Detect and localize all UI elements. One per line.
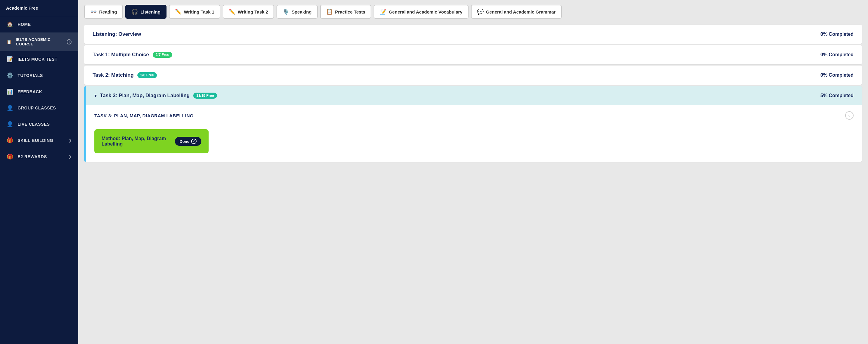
tab-vocab[interactable]: 📝 General and Academic Vocabulary [374, 5, 468, 19]
section-overview-header[interactable]: Listening: Overview 0% Completed [84, 25, 862, 44]
inner-section-title-text: TASK 3: PLAN, MAP, DIAGRAM LABELLING [94, 113, 193, 118]
task3-badge: 11/19 Free [193, 93, 217, 98]
section-task2-title-group: Task 2: Matching 2/6 Free [93, 72, 157, 78]
method-card[interactable]: Method: Plan, Map, Diagram Labelling Don… [94, 129, 209, 153]
listening-tab-icon: 🎧 [131, 8, 138, 15]
chevron-right-icon: ❯ [68, 138, 72, 143]
mock-test-icon: 📝 [7, 56, 13, 62]
live-classes-icon: 👤 [7, 121, 13, 127]
home-icon: 🏠 [7, 21, 13, 28]
section-task3-progress: 5% Completed [820, 93, 854, 98]
section-overview-title: Listening: Overview [93, 31, 141, 37]
tab-practice-tests-label: Practice Tests [335, 9, 366, 15]
tab-grammar-label: General and Academic Grammar [486, 9, 556, 15]
section-task3-title-group: ▾ Task 3: Plan, Map, Diagram Labelling 1… [94, 93, 217, 98]
tab-listening-label: Listening [141, 9, 160, 15]
sidebar-item-label: E2 REWARDS [18, 154, 47, 159]
sidebar-item-e2-rewards[interactable]: 🎁 E2 REWARDS ❯ [0, 148, 78, 165]
grammar-tab-icon: 💬 [477, 8, 484, 15]
task3-inner: TASK 3: PLAN, MAP, DIAGRAM LABELLING ○ M… [86, 105, 862, 162]
section-task2-header[interactable]: Task 2: Matching 2/6 Free 0% Completed [84, 65, 862, 85]
tab-writing-task1[interactable]: ✏️ Writing Task 1 [169, 5, 220, 19]
speaking-tab-icon: 🎙️ [282, 8, 289, 15]
writing-task2-tab-icon: ✏️ [229, 8, 235, 15]
group-classes-icon: 👤 [7, 105, 13, 111]
feedback-icon: 📊 [7, 88, 13, 95]
chevron-right-icon: ❯ [68, 154, 72, 159]
writing-task1-tab-icon: ✏️ [175, 8, 182, 15]
course-icon: 📋 [7, 40, 12, 44]
method-card-text: Method: Plan, Map, Diagram Labelling [101, 136, 175, 147]
done-badge: Done ✓ [175, 137, 202, 146]
tab-bar: 👓 Reading 🎧 Listening ✏️ Writing Task 1 … [78, 0, 868, 19]
sidebar-item-label: SKILL BUILDING [18, 138, 54, 143]
tab-practice-tests[interactable]: 📋 Practice Tests [320, 5, 371, 19]
sidebar: Academic Free 🏠 HOME 📋 IELTS ACADEMIC CO… [0, 0, 78, 344]
sidebar-item-label: GROUP CLASSES [18, 106, 56, 110]
section-overview-title-group: Listening: Overview [93, 31, 141, 37]
task3-expanded-content: TASK 3: PLAN, MAP, DIAGRAM LABELLING ○ M… [86, 105, 862, 162]
section-task1-header[interactable]: Task 1: Multiple Choice 2/7 Free 0% Comp… [84, 45, 862, 64]
tab-vocab-label: General and Academic Vocabulary [389, 9, 462, 15]
done-label: Done [180, 139, 190, 144]
course-label: IELTS ACADEMIC COURSE [16, 37, 62, 46]
sidebar-item-mock-test[interactable]: 📝 IELTS MOCK TEST [0, 51, 78, 67]
tab-listening[interactable]: 🎧 Listening [125, 5, 166, 19]
sidebar-item-label: TUTORIALS [18, 73, 43, 78]
tab-writing-task2[interactable]: ✏️ Writing Task 2 [223, 5, 274, 19]
section-task2-progress: 0% Completed [820, 73, 854, 78]
section-task1-title-group: Task 1: Multiple Choice 2/7 Free [93, 52, 172, 58]
section-task1-progress: 0% Completed [820, 52, 854, 57]
sidebar-logo: Academic Free [0, 0, 78, 16]
sidebar-item-label: HOME [18, 22, 31, 27]
sidebar-item-ielts-academic[interactable]: 📋 IELTS ACADEMIC COURSE i [0, 32, 78, 51]
tab-speaking-label: Speaking [291, 9, 312, 15]
sidebar-item-label: FEEDBACK [18, 89, 42, 94]
sidebar-item-tutorials[interactable]: ⚙️ TUTORIALS [0, 67, 78, 84]
sidebar-item-skill-building[interactable]: 🎁 SKILL BUILDING ❯ [0, 132, 78, 148]
tab-reading[interactable]: 👓 Reading [84, 5, 123, 19]
task1-badge: 2/7 Free [153, 52, 172, 58]
tab-reading-label: Reading [99, 9, 117, 15]
section-task2-title: Task 2: Matching [93, 72, 134, 78]
section-task3-header[interactable]: ▾ Task 3: Plan, Map, Diagram Labelling 1… [86, 86, 862, 105]
done-circle-icon: ✓ [191, 139, 196, 144]
practice-tests-tab-icon: 📋 [326, 8, 333, 15]
section-task2: Task 2: Matching 2/6 Free 0% Completed [84, 65, 862, 85]
section-task3-title: Task 3: Plan, Map, Diagram Labelling [100, 93, 190, 98]
sidebar-item-live-classes[interactable]: 👤 LIVE CLASSES [0, 116, 78, 132]
sidebar-item-label: IELTS MOCK TEST [18, 57, 57, 62]
e2-rewards-left: 🎁 E2 REWARDS [7, 153, 47, 160]
section-overview-progress: 0% Completed [820, 32, 854, 37]
check-circle-icon: ○ [845, 111, 854, 120]
skill-building-left: 🎁 SKILL BUILDING [7, 137, 53, 144]
tab-writing-task2-label: Writing Task 2 [238, 9, 268, 15]
section-task1: Task 1: Multiple Choice 2/7 Free 0% Comp… [84, 45, 862, 64]
sidebar-item-feedback[interactable]: 📊 FEEDBACK [0, 84, 78, 100]
section-overview: Listening: Overview 0% Completed [84, 25, 862, 44]
e2-rewards-icon: 🎁 [7, 153, 13, 160]
tab-writing-task1-label: Writing Task 1 [184, 9, 214, 15]
sidebar-item-group-classes[interactable]: 👤 GROUP CLASSES [0, 100, 78, 116]
vocab-tab-icon: 📝 [380, 8, 386, 15]
sidebar-item-home[interactable]: 🏠 HOME [0, 16, 78, 32]
skill-building-icon: 🎁 [7, 137, 13, 144]
inner-section-title-bar: TASK 3: PLAN, MAP, DIAGRAM LABELLING ○ [94, 111, 854, 123]
section-task3: ▾ Task 3: Plan, Map, Diagram Labelling 1… [84, 86, 862, 162]
info-icon: i [67, 39, 71, 45]
section-task1-title: Task 1: Multiple Choice [93, 52, 149, 58]
chevron-down-icon: ▾ [94, 93, 96, 98]
reading-tab-icon: 👓 [90, 8, 97, 15]
sidebar-item-label: LIVE CLASSES [18, 122, 50, 126]
content-area: Listening: Overview 0% Completed Task 1:… [78, 19, 868, 344]
tutorials-icon: ⚙️ [7, 72, 13, 79]
tab-speaking[interactable]: 🎙️ Speaking [277, 5, 318, 19]
task2-badge: 2/6 Free [137, 72, 157, 78]
main-content: 👓 Reading 🎧 Listening ✏️ Writing Task 1 … [78, 0, 868, 344]
tab-grammar[interactable]: 💬 General and Academic Grammar [471, 5, 562, 19]
